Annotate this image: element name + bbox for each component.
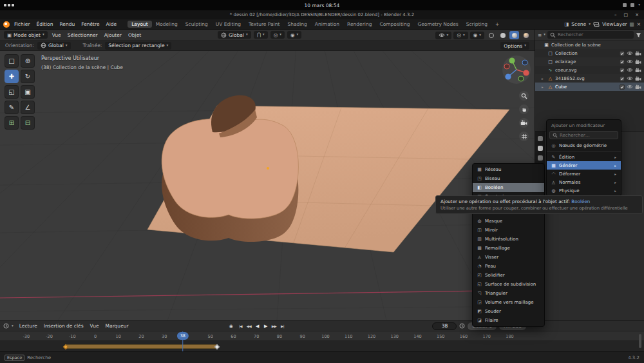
- modifier-search-input[interactable]: [560, 133, 615, 138]
- gizmos-dropdown[interactable]: ◎ ▾: [453, 32, 468, 39]
- workspace-tab[interactable]: Shading: [283, 21, 310, 28]
- submenu-item[interactable]: ▦ Réseau: [473, 165, 544, 174]
- play-button[interactable]: ▶: [261, 322, 270, 330]
- navigation-gizmo[interactable]: [502, 55, 531, 84]
- workspace-tab[interactable]: UV Editing: [212, 21, 245, 28]
- shading-wireframe-button[interactable]: [486, 31, 496, 39]
- render-camera-icon[interactable]: [635, 76, 641, 81]
- add-primitive-tool[interactable]: ⊟: [21, 116, 35, 130]
- viewport-menu-item[interactable]: Sélectionner: [64, 32, 101, 38]
- pan-hand-icon[interactable]: [519, 104, 529, 114]
- workspace-tab[interactable]: Sculpting: [182, 21, 212, 28]
- jump-end-button[interactable]: ▶|: [278, 322, 287, 330]
- material-tab-icon[interactable]: [538, 155, 543, 161]
- render-camera-icon[interactable]: [635, 59, 641, 64]
- submenu-item[interactable]: ◔ Peau: [473, 262, 544, 271]
- add-cube-tool[interactable]: ⊞: [5, 116, 19, 130]
- shading-material-button[interactable]: [509, 31, 519, 39]
- scene-caret-icon[interactable]: ▾: [589, 23, 591, 26]
- selectable-checkbox-icon[interactable]: [620, 51, 625, 56]
- timeline-ruler[interactable]: -30-20-100102030506070809010011012013014…: [0, 331, 644, 341]
- menu-item[interactable]: Aide: [103, 21, 120, 27]
- outliner-search-input[interactable]: [558, 32, 631, 37]
- submenu-item[interactable]: ◰ Solidifier: [473, 271, 544, 280]
- snap-toggle[interactable]: ⋃ ▾: [254, 31, 268, 39]
- outliner-row[interactable]: □ eclairage: [535, 57, 644, 66]
- selectable-checkbox-icon[interactable]: [620, 59, 625, 64]
- drag-mode-selector[interactable]: Sélection par rectangle ▾: [105, 42, 171, 50]
- rotate-tool[interactable]: ↻: [21, 70, 35, 83]
- submenu-item[interactable]: ▩ Remaillage: [473, 244, 544, 253]
- workspace-tab[interactable]: Texture Paint: [245, 21, 283, 28]
- menu-item-geometry-nodes[interactable]: ◎ Nœuds de géométrie: [547, 141, 621, 150]
- menu-item[interactable]: Fenêtre: [78, 21, 102, 27]
- outliner-row[interactable]: ∿ coeur.svg: [535, 66, 644, 74]
- viewlayer-selector[interactable]: ViewLayer: [602, 21, 627, 27]
- modifier-category-item[interactable]: ✎ Édition ▸: [547, 153, 621, 161]
- playhead[interactable]: 38: [177, 332, 189, 340]
- maximize-button[interactable]: ▢: [624, 12, 629, 17]
- funnel-filter-icon[interactable]: [636, 32, 641, 38]
- hide-eye-icon[interactable]: [627, 84, 633, 89]
- timeline-menu-item[interactable]: Vue: [87, 323, 102, 329]
- snap-target-selector[interactable]: ◎ ▾: [270, 31, 285, 39]
- annotate-tool[interactable]: ✎: [5, 101, 19, 114]
- menu-item[interactable]: Fichier: [11, 21, 33, 27]
- scene-selector[interactable]: Scene: [571, 21, 586, 27]
- submenu-item[interactable]: ◹ Trianguler: [473, 289, 544, 298]
- viewport-menu-item[interactable]: Vue: [49, 32, 64, 38]
- close-button[interactable]: ×: [635, 12, 639, 17]
- tweak-select-tool[interactable]: □: [5, 54, 19, 68]
- viewport-canvas[interactable]: Perspective Utilisateur (38) Collection …: [0, 51, 535, 320]
- timeline-menu-item[interactable]: Marqueur: [102, 323, 132, 329]
- minimize-button[interactable]: –: [614, 12, 617, 17]
- viewport-menu-item[interactable]: Ajouter: [101, 32, 125, 38]
- outliner-row[interactable]: ▸ △ Cube: [535, 83, 644, 91]
- timeline-track[interactable]: [0, 341, 644, 352]
- mode-selector[interactable]: ▣ Mode objet ▾: [4, 31, 48, 39]
- render-camera-icon[interactable]: [635, 84, 641, 90]
- workspace-tab[interactable]: +: [491, 21, 503, 28]
- submenu-item[interactable]: ◪ Filaire: [473, 316, 544, 325]
- scale-tool[interactable]: ◱: [5, 85, 19, 99]
- shading-solid-button[interactable]: [498, 31, 507, 39]
- current-frame-field[interactable]: 38: [432, 322, 457, 330]
- cursor-tool[interactable]: ⊕: [21, 54, 35, 68]
- workspace-tab[interactable]: Layout: [128, 21, 152, 28]
- submenu-item[interactable]: ◬ Visser: [473, 253, 544, 262]
- outliner-row[interactable]: ▸ △ 3418652.svg: [535, 74, 644, 83]
- expand-arrow-icon[interactable]: ▸: [542, 85, 545, 89]
- hide-eye-icon[interactable]: [627, 76, 633, 81]
- submenu-item[interactable]: ◫ Miroir: [473, 226, 544, 235]
- hide-eye-icon[interactable]: [627, 51, 633, 55]
- next-keyframe-button[interactable]: ▶▶: [270, 322, 278, 330]
- selectable-checkbox-icon[interactable]: [620, 84, 625, 90]
- selectable-checkbox-icon[interactable]: [620, 76, 625, 81]
- workspace-tab[interactable]: Animation: [311, 21, 343, 28]
- hide-eye-icon[interactable]: [627, 68, 633, 72]
- remove-icon[interactable]: ×: [637, 21, 641, 27]
- auto-key-button[interactable]: ◉: [227, 322, 235, 330]
- submenu-item[interactable]: ◳ Biseau: [473, 174, 544, 183]
- modifier-search[interactable]: [549, 131, 618, 139]
- submenu-item[interactable]: ◍ Masque: [473, 217, 544, 226]
- shading-rendered-button[interactable]: [521, 31, 531, 39]
- jump-start-button[interactable]: |◀: [236, 322, 245, 330]
- timeline-scrollbar[interactable]: [639, 334, 641, 348]
- workspace-tab[interactable]: Scripting: [462, 21, 491, 28]
- keyframe-band[interactable]: [66, 345, 218, 348]
- submenu-item[interactable]: ◲ Volume vers maillage: [473, 298, 544, 307]
- modifier-tab-icon[interactable]: [538, 146, 543, 151]
- submenu-item[interactable]: ◩ Souder: [473, 307, 544, 316]
- proportional-editing-toggle[interactable]: ◉ ▾: [287, 31, 301, 39]
- submenu-item[interactable]: ▥ Multirésolution: [473, 235, 544, 244]
- blender-logo-icon[interactable]: [3, 21, 10, 28]
- timeline-menu-item[interactable]: Insertion de clés: [41, 323, 87, 329]
- options-button[interactable]: Options ▾: [500, 42, 529, 50]
- outliner-filter-mode-icon[interactable]: ≡: [538, 32, 542, 38]
- timeline-menu-item[interactable]: Lecture: [16, 323, 41, 329]
- workspace-tab[interactable]: Modeling: [152, 21, 182, 28]
- workspace-tab[interactable]: Compositing: [375, 21, 413, 28]
- workspace-tab[interactable]: Rendering: [343, 21, 375, 28]
- orientation-selector[interactable]: Global ▾: [37, 42, 71, 50]
